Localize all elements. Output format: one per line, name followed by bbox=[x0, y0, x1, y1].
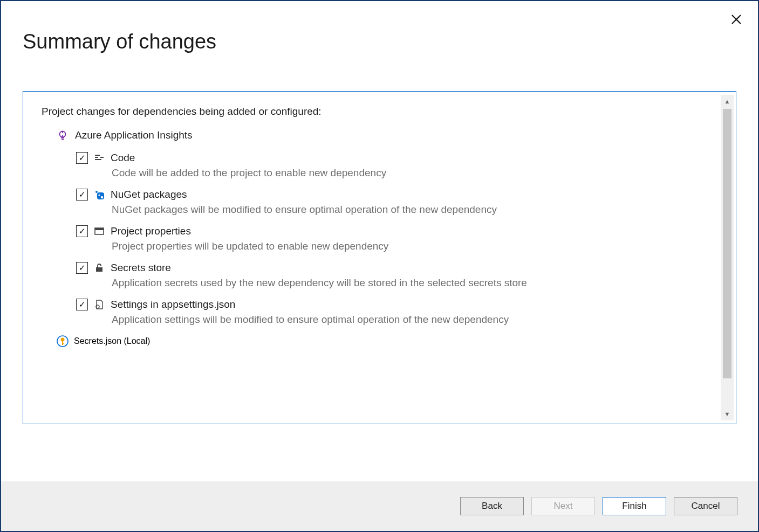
item-desc: NuGet packages will be modified to ensur… bbox=[112, 204, 729, 216]
scroll-track[interactable] bbox=[721, 108, 734, 407]
checkbox-code[interactable]: ✓ bbox=[76, 152, 88, 164]
scroll-up-button[interactable]: ▲ bbox=[721, 95, 734, 108]
item-desc: Project properties will be updated to en… bbox=[112, 240, 729, 252]
checkbox-nuget[interactable]: ✓ bbox=[76, 189, 88, 201]
nuget-icon bbox=[93, 189, 105, 201]
item-desc: Application secrets used by the new depe… bbox=[112, 277, 729, 289]
svg-rect-4 bbox=[97, 192, 104, 199]
svg-rect-2 bbox=[61, 139, 64, 140]
scroll-down-button[interactable]: ▼ bbox=[721, 407, 734, 420]
dialog-footer: Back Next Finish Cancel bbox=[1, 481, 758, 531]
checkbox-appsettings[interactable]: ✓ bbox=[76, 299, 88, 310]
svg-point-5 bbox=[98, 194, 100, 196]
change-item-appsettings: ✓ Settings in appsettings.json Applicati… bbox=[76, 299, 729, 326]
svg-rect-9 bbox=[96, 267, 102, 272]
cancel-button[interactable]: Cancel bbox=[674, 497, 737, 515]
svg-rect-1 bbox=[61, 137, 64, 139]
checkbox-project-properties[interactable]: ✓ bbox=[76, 225, 88, 237]
window-icon bbox=[93, 225, 105, 237]
back-button[interactable]: Back bbox=[460, 497, 524, 515]
item-title: Secrets store bbox=[111, 262, 171, 274]
changes-panel: Project changes for dependencies being a… bbox=[23, 91, 736, 424]
svg-rect-13 bbox=[62, 341, 63, 345]
page-title: Summary of changes bbox=[23, 30, 736, 53]
dependency-group-app-insights: Azure Application Insights bbox=[57, 129, 729, 141]
change-item-nuget: ✓ NuGet packages NuGet packages will be … bbox=[76, 189, 729, 216]
svg-point-3 bbox=[95, 191, 98, 193]
next-button: Next bbox=[531, 497, 595, 515]
settings-file-icon bbox=[93, 299, 105, 310]
item-title: NuGet packages bbox=[111, 189, 187, 201]
svg-point-12 bbox=[61, 338, 65, 342]
vertical-scrollbar[interactable]: ▲ ▼ bbox=[721, 95, 734, 420]
checkbox-secrets-store[interactable]: ✓ bbox=[76, 262, 88, 274]
code-icon bbox=[93, 152, 105, 164]
item-title: Code bbox=[111, 152, 135, 164]
change-item-project-properties: ✓ Project properties Project properties … bbox=[76, 225, 729, 252]
key-icon bbox=[57, 335, 69, 347]
group-label: Azure Application Insights bbox=[75, 129, 193, 141]
item-title: Settings in appsettings.json bbox=[111, 299, 235, 310]
dialog-window: Summary of changes Project changes for d… bbox=[0, 0, 759, 532]
change-items-list: ✓ Code Code will be added to the project… bbox=[76, 152, 729, 326]
group-label: Secrets.json (Local) bbox=[74, 336, 150, 346]
svg-rect-14 bbox=[62, 343, 64, 344]
change-item-secrets-store: ✓ Secrets store Application secrets used… bbox=[76, 262, 729, 289]
svg-point-6 bbox=[101, 196, 103, 198]
dependency-group-secrets-json: Secrets.json (Local) bbox=[57, 335, 729, 347]
close-button[interactable] bbox=[728, 11, 745, 28]
dialog-header: Summary of changes bbox=[1, 1, 758, 53]
item-desc: Application settings will be modified to… bbox=[112, 314, 729, 326]
finish-button[interactable]: Finish bbox=[603, 497, 666, 515]
item-desc: Code will be added to the project to ena… bbox=[112, 167, 729, 179]
svg-rect-8 bbox=[95, 228, 104, 230]
change-item-code: ✓ Code Code will be added to the project… bbox=[76, 152, 729, 179]
content-area: Project changes for dependencies being a… bbox=[1, 53, 758, 481]
intro-text: Project changes for dependencies being a… bbox=[42, 106, 729, 118]
close-icon bbox=[731, 15, 741, 24]
scroll-thumb[interactable] bbox=[723, 109, 731, 378]
lightbulb-icon bbox=[57, 129, 69, 141]
item-title: Project properties bbox=[111, 225, 191, 237]
lock-icon bbox=[93, 262, 105, 274]
